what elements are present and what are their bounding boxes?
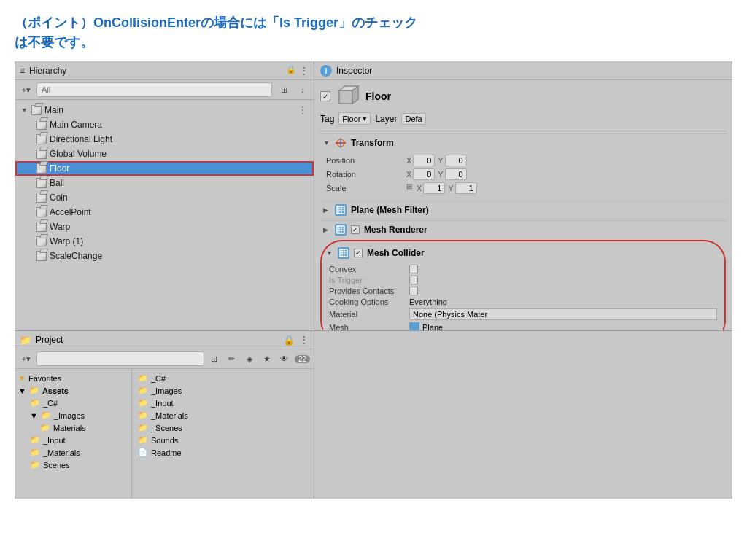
- file-materials[interactable]: 📁 _Materials: [135, 409, 311, 421]
- file-images[interactable]: 📁 _Images: [135, 384, 311, 397]
- rotation-x-label: X: [406, 170, 411, 179]
- hierarchy-item-accel-point[interactable]: AccelPoint: [15, 205, 314, 219]
- hierarchy-item-ball[interactable]: Ball: [15, 176, 314, 190]
- svg-rect-11: [337, 226, 344, 233]
- file-readme-label: Readme: [151, 448, 182, 457]
- input-label: _Input: [43, 436, 66, 445]
- rotation-x-input[interactable]: 0: [413, 168, 435, 180]
- file-c-sharp[interactable]: 📁 _C#: [135, 372, 311, 384]
- mesh-renderer-icon: [335, 224, 347, 236]
- scale-values: ⊞ X 1 Y 1: [406, 182, 720, 194]
- tree-materials[interactable]: 📁 Materials: [15, 421, 131, 434]
- hierarchy-title: Hierarchy: [29, 66, 282, 76]
- hierarchy-item-main-camera[interactable]: Main Camera: [15, 117, 314, 132]
- mesh-label: Mesh: [329, 323, 409, 330]
- is-trigger-checkbox[interactable]: [409, 276, 418, 284]
- hierarchy-search-input[interactable]: [36, 82, 272, 97]
- layer-dropdown[interactable]: Defa: [401, 113, 425, 125]
- tag-value: Floor: [342, 114, 360, 123]
- mesh-collider-header[interactable]: ▼ ✓ Mesh Collider: [323, 244, 723, 262]
- file-sounds-label: Sounds: [151, 436, 178, 445]
- c-sharp-folder-icon: 📁: [30, 398, 40, 408]
- layer-label: Layer: [375, 114, 397, 124]
- hierarchy-item-global-volume[interactable]: Global Volume: [15, 147, 314, 161]
- is-trigger-row: Is Trigger: [329, 276, 717, 284]
- floor-label: Floor: [50, 163, 69, 174]
- is-trigger-label: Is Trigger: [329, 276, 409, 284]
- layer-value: Defa: [405, 114, 422, 123]
- rotation-y-input[interactable]: 0: [445, 168, 467, 180]
- project-filter-btn4[interactable]: ★: [260, 351, 274, 366]
- mesh-collider-checkbox[interactable]: ✓: [354, 249, 363, 257]
- tree-c-sharp[interactable]: 📁 _C#: [15, 397, 131, 409]
- main-dots[interactable]: ⋮: [298, 104, 308, 116]
- project-dots[interactable]: ⋮: [299, 334, 309, 346]
- inspector-content: ✓ Floor Tag: [314, 80, 732, 330]
- material-field[interactable]: None (Physics Mater: [409, 308, 717, 320]
- position-x-input[interactable]: 0: [413, 155, 435, 166]
- m-materials-folder-icon: 📁: [30, 448, 40, 457]
- tree-images[interactable]: ▼ 📁 _Images: [15, 409, 131, 421]
- tree-scenes[interactable]: 📁 Scenes: [15, 459, 131, 471]
- file-materials-label: _Materials: [151, 411, 188, 420]
- object-checkbox[interactable]: ✓: [320, 91, 330, 101]
- scale-x-input[interactable]: 1: [423, 182, 445, 194]
- provides-contacts-label: Provides Contacts: [329, 287, 409, 295]
- project-panel: 📁 Project 🔒 ⋮ +▾ ⊞ ✏ ◈ ★ 👁 22: [15, 331, 314, 498]
- svg-rect-0: [339, 90, 352, 104]
- assets-folder-icon: 📁: [29, 386, 39, 395]
- hierarchy-item-directional-light[interactable]: Directional Light: [15, 132, 314, 147]
- convex-checkbox[interactable]: [409, 265, 418, 273]
- mesh-row: Mesh Plane: [329, 322, 717, 330]
- mesh-renderer-checkbox[interactable]: ✓: [351, 225, 360, 234]
- position-values: X 0 Y 0: [406, 155, 720, 166]
- position-x-field: X 0: [406, 155, 435, 166]
- mesh-value-field[interactable]: Plane: [409, 322, 443, 330]
- hierarchy-filter-btn1[interactable]: ⊞: [275, 82, 293, 97]
- file-sounds[interactable]: 📁 Sounds: [135, 434, 311, 446]
- cooking-options-label: Cooking Options: [329, 298, 409, 306]
- mesh-filter-expand-icon: ▶: [323, 206, 330, 214]
- hierarchy-item-coin[interactable]: Coin: [15, 190, 314, 205]
- tree-input[interactable]: 📁 _Input: [15, 434, 131, 446]
- scale-y-label: Y: [448, 184, 453, 192]
- provides-contacts-checkbox[interactable]: [409, 287, 418, 295]
- hierarchy-filter-btn2[interactable]: ↓: [295, 82, 310, 97]
- link-icon: ⊞: [406, 182, 412, 194]
- file-readme[interactable]: 📄 Readme: [135, 446, 311, 459]
- scale-y-input[interactable]: 1: [455, 182, 477, 194]
- mesh-collider-expand-icon: ▼: [326, 249, 333, 257]
- tag-dropdown[interactable]: Floor ▾: [338, 112, 371, 125]
- assets-tree-item[interactable]: ▼ 📁 Assets: [15, 384, 131, 397]
- file-scenes-label: _Scenes: [151, 424, 182, 432]
- mesh-renderer-header[interactable]: ▶ ✓ Mesh Renderer: [320, 220, 726, 238]
- hierarchy-item-main[interactable]: ▼ Main ⋮: [15, 103, 314, 117]
- hierarchy-item-warp[interactable]: Warp: [15, 219, 314, 234]
- project-filter-btn3[interactable]: ◈: [242, 351, 257, 366]
- project-title: Project: [36, 335, 279, 345]
- favorites-item[interactable]: ★ Favorites: [15, 372, 131, 384]
- top-panels: ≡ Hierarchy 🔒 ⋮ +▾ ⊞ ↓: [15, 62, 732, 330]
- transform-header[interactable]: ▼ Transform: [320, 133, 726, 152]
- file-input[interactable]: 📁 _Input: [135, 397, 311, 409]
- hierarchy-item-floor[interactable]: Floor: [15, 161, 314, 176]
- project-filter-btn1[interactable]: ⊞: [207, 351, 222, 366]
- project-filter-btn5[interactable]: 👁: [277, 351, 292, 366]
- rotation-row: Rotation X 0 Y 0: [326, 168, 720, 180]
- mesh-filter-header[interactable]: ▶ Plane (Mesh Filter): [320, 201, 726, 219]
- add-project-button[interactable]: +▾: [19, 351, 34, 366]
- add-hierarchy-button[interactable]: +▾: [19, 82, 34, 97]
- annotation-line2: は不要です。: [15, 33, 732, 52]
- tree-m-materials[interactable]: 📁 _Materials: [15, 446, 131, 459]
- hierarchy-toolbar[interactable]: +▾ ⊞ ↓: [15, 80, 314, 100]
- bottom-right-panel: [314, 331, 732, 498]
- hierarchy-item-scale-change[interactable]: ScaleChange: [15, 249, 314, 263]
- project-search-input[interactable]: [36, 351, 204, 366]
- hierarchy-item-warp-1[interactable]: Warp (1): [15, 234, 314, 249]
- scale-change-cube-icon: [36, 250, 47, 262]
- file-scenes[interactable]: 📁 _Scenes: [135, 421, 311, 434]
- project-count: 22: [295, 355, 310, 363]
- position-y-input[interactable]: 0: [445, 155, 467, 166]
- mesh-collider-icon: [338, 247, 349, 259]
- project-filter-btn2[interactable]: ✏: [225, 351, 239, 366]
